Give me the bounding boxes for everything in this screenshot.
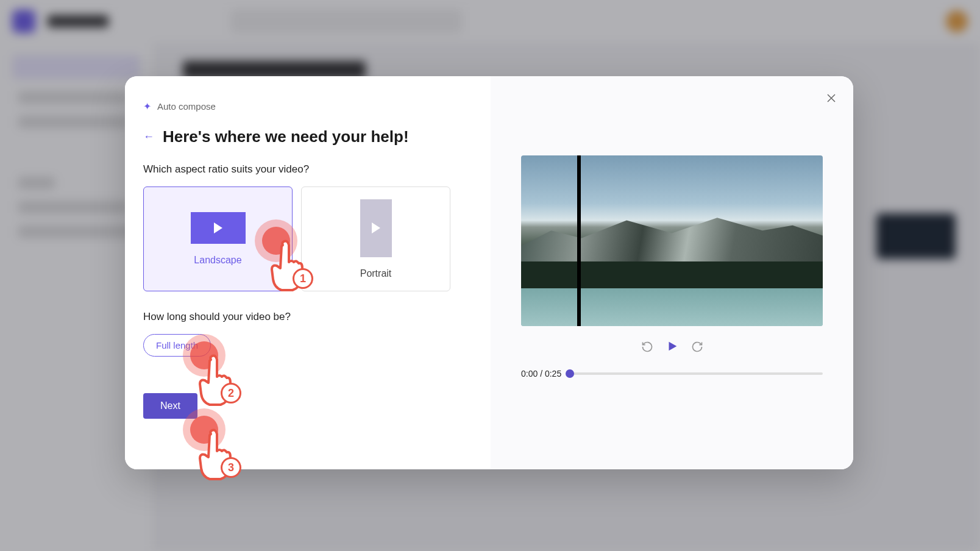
- seek-handle[interactable]: [566, 369, 574, 378]
- seek-bar[interactable]: [570, 372, 823, 375]
- time-display: 0:00 / 0:25: [521, 369, 561, 379]
- aspect-ratio-question: Which aspect ratio suits your video?: [143, 163, 472, 176]
- landscape-label: Landscape: [194, 255, 241, 266]
- aspect-option-portrait[interactable]: Portrait: [301, 187, 450, 291]
- landscape-thumb-icon: [191, 212, 246, 244]
- auto-compose-modal: ✦ Auto compose ← Here's where we need yo…: [125, 76, 853, 469]
- duration-question: How long should your video be?: [143, 311, 472, 323]
- forward-icon[interactable]: [691, 341, 703, 356]
- play-button[interactable]: [666, 339, 679, 357]
- next-button[interactable]: Next: [143, 393, 197, 419]
- duration-option-full-length[interactable]: Full length: [143, 334, 211, 357]
- video-preview: [521, 155, 823, 326]
- svg-marker-0: [669, 342, 676, 351]
- portrait-thumb-icon: [360, 199, 392, 257]
- rewind-icon[interactable]: [641, 341, 653, 356]
- aspect-option-landscape[interactable]: Landscape: [143, 187, 293, 291]
- sparkle-icon: ✦: [143, 101, 151, 112]
- close-button[interactable]: [822, 88, 841, 108]
- feature-label: Auto compose: [157, 101, 216, 112]
- portrait-label: Portrait: [360, 268, 392, 279]
- back-arrow-icon[interactable]: ←: [143, 130, 154, 143]
- modal-heading: Here's where we need your help!: [163, 127, 409, 146]
- close-icon: [827, 94, 836, 102]
